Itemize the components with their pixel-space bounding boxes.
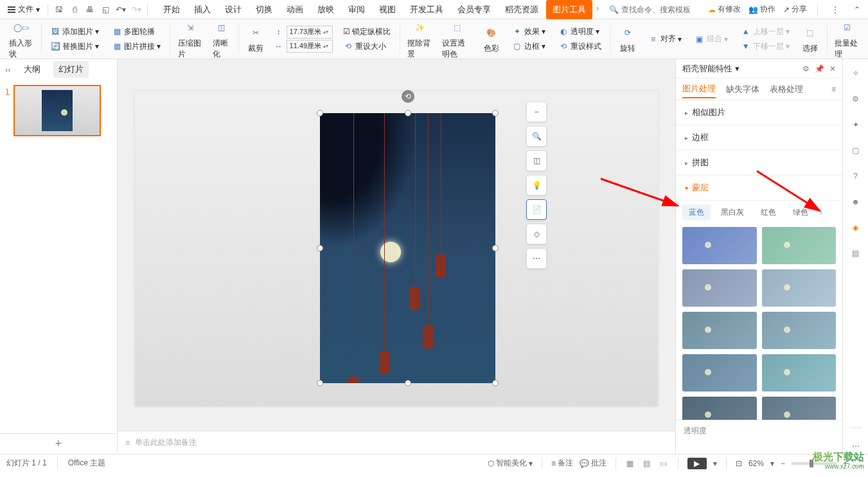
carousel-button[interactable]: ▦多图轮播 — [109, 25, 163, 39]
view-normal[interactable]: ▦ — [625, 458, 635, 469]
selected-image[interactable]: ⟲ — [320, 113, 495, 383]
effects-button[interactable]: ✦效果▾ — [509, 25, 548, 39]
tab-slideshow[interactable]: 放映 — [311, 0, 341, 19]
strip-settings-icon[interactable]: ⚙ — [848, 91, 864, 107]
resize-handle-mb[interactable] — [405, 380, 411, 386]
mask-option-8[interactable] — [762, 354, 837, 392]
more-icon[interactable]: ⋮ — [828, 3, 842, 17]
more-tools-button[interactable]: ⋯ — [526, 248, 547, 269]
color-tab-red[interactable]: 红色 — [754, 204, 783, 221]
slide[interactable]: ⟲ — [135, 91, 658, 406]
compress-button[interactable]: ⇲ 压缩图片 — [174, 17, 206, 61]
color-tab-blue[interactable]: 蓝色 — [682, 204, 711, 221]
rp-tab-more[interactable]: ≡ — [831, 85, 836, 94]
beautify-button[interactable]: ⬡智能美化▾ — [488, 458, 533, 469]
save-icon[interactable]: 🖫 — [52, 3, 66, 17]
zoom-out-button[interactable]: − — [526, 102, 547, 122]
remove-bg-button[interactable]: ✨ 抠除背景 — [403, 17, 436, 61]
align-button[interactable]: ≡对齐▾ — [646, 32, 684, 46]
color-tab-bw[interactable]: 黑白灰 — [714, 204, 750, 221]
strip-help-icon[interactable]: ? — [848, 168, 864, 184]
mask-option-5[interactable] — [682, 312, 757, 349]
lock-ratio-checkbox[interactable]: ☑锁定纵横比 — [341, 25, 393, 39]
resize-handle-tr[interactable] — [492, 110, 499, 116]
section-similar[interactable]: ▸相似图片 — [676, 100, 842, 125]
collapse-ribbon-icon[interactable]: ⌃ — [850, 3, 864, 17]
add-image-button[interactable]: 🖼添加图片▾ — [48, 25, 102, 39]
tab-animation[interactable]: 动画 — [280, 0, 310, 19]
properties-button[interactable]: 📄 — [526, 199, 547, 220]
zoom-dropdown[interactable]: ▾ — [770, 459, 774, 468]
tab-transition[interactable]: 切换 — [249, 0, 279, 19]
sharpen-button[interactable]: ◫ 清晰化 — [209, 17, 235, 61]
mask-option-2[interactable] — [762, 227, 837, 264]
mask-option-7[interactable] — [682, 354, 757, 392]
tab-design[interactable]: 设计 — [218, 0, 248, 19]
outline-tab[interactable]: 大纲 — [19, 61, 46, 78]
resize-handle-mr[interactable] — [492, 245, 499, 251]
section-collage[interactable]: ▸拼图 — [676, 150, 842, 176]
thumbnail-preview[interactable] — [13, 85, 101, 136]
slides-tab[interactable]: 幻灯片 — [53, 61, 89, 78]
send-backward-button[interactable]: ▼下移一层▾ — [738, 40, 792, 53]
strip-template-icon[interactable]: ▤ — [848, 246, 864, 261]
color-tabs-next[interactable]: › — [819, 208, 824, 217]
tab-member[interactable]: 会员专享 — [451, 0, 497, 19]
border-button[interactable]: ▢边框▾ — [509, 40, 548, 53]
replace-image-button[interactable]: 🔄替换图片▾ — [48, 40, 102, 53]
canvas-wrap[interactable]: ⟲ — [118, 67, 675, 431]
notes-toggle[interactable]: ≡备注 — [551, 458, 573, 469]
slideshow-dropdown[interactable]: ▾ — [713, 459, 717, 468]
rp-tab-fonts[interactable]: 缺失字体 — [726, 81, 759, 98]
erase-button[interactable]: ◇ — [526, 224, 547, 244]
tab-insert[interactable]: 插入 — [188, 0, 217, 19]
tab-docer[interactable]: 稻壳资源 — [499, 0, 545, 19]
spinner-icon[interactable]: ▴▾ — [323, 44, 330, 49]
print-icon[interactable]: 🖶 — [83, 3, 97, 17]
rp-tab-image[interactable]: 图片处理 — [682, 80, 716, 98]
close-icon[interactable]: ✕ — [829, 64, 836, 73]
rp-tab-table[interactable]: 表格处理 — [770, 81, 803, 98]
strip-present-icon[interactable]: ▢ — [848, 143, 864, 158]
strip-resource-icon[interactable]: ☻ — [848, 194, 864, 210]
rotate-handle[interactable]: ⟲ — [402, 90, 414, 103]
preview-icon[interactable]: ◱ — [98, 3, 112, 17]
resize-handle-bl[interactable] — [317, 380, 323, 386]
effects-tool-button[interactable]: 💡 — [526, 175, 547, 195]
select-button[interactable]: ⬚ 选择 — [797, 22, 823, 55]
search-input[interactable] — [621, 5, 698, 14]
save-as-icon[interactable]: ⎙ — [67, 3, 82, 17]
zoom-in-button[interactable]: 🔍 — [526, 126, 547, 147]
width-input[interactable]: 11.49厘米▴▾ — [287, 40, 333, 53]
share-button[interactable]: ↗分享 — [783, 4, 807, 15]
view-sorter[interactable]: ▤ — [642, 458, 652, 469]
bring-forward-button[interactable]: ▲上移一层▾ — [738, 25, 792, 39]
thumbnail-1[interactable]: 1 — [5, 85, 112, 136]
batch-button[interactable]: ☑ 批量处理 — [831, 17, 863, 61]
panel-collapse[interactable]: ‹‹ — [5, 65, 11, 75]
collage-button[interactable]: ▦图片拼接▾ — [109, 40, 163, 53]
tabs-overflow[interactable]: › — [594, 0, 601, 19]
unsaved-indicator[interactable]: ☁有修改 — [708, 4, 741, 15]
crop-button[interactable]: ✂ 裁剪 — [243, 22, 269, 55]
mask-option-1[interactable] — [682, 227, 757, 264]
recolor-button[interactable]: 🎨 色彩 — [479, 22, 504, 55]
spinner-icon[interactable]: ▴▾ — [323, 30, 330, 35]
redo-icon[interactable]: ↷▾ — [129, 3, 143, 17]
file-menu[interactable]: 文件 ▾ — [4, 2, 44, 17]
resize-handle-mt[interactable] — [405, 110, 411, 116]
zoom-out[interactable]: − — [781, 459, 785, 468]
fit-icon[interactable]: ⊡ — [736, 459, 742, 468]
reset-style-button[interactable]: ⟲重设样式 — [556, 40, 604, 53]
insert-shape-group[interactable]: ◯▭ 插入形状 — [5, 17, 37, 61]
undo-icon[interactable]: ↶▾ — [114, 3, 128, 17]
mask-option-3[interactable] — [682, 269, 757, 307]
view-reading[interactable]: ▭ — [659, 458, 669, 469]
mask-option-10[interactable] — [762, 397, 837, 420]
zoom-value[interactable]: 62% — [748, 459, 764, 468]
collab-button[interactable]: 👥协作 — [748, 4, 775, 15]
tab-devtools[interactable]: 开发工具 — [403, 0, 450, 19]
crop-tool-button[interactable]: ◫ — [526, 150, 547, 171]
notes-bar[interactable]: ≡ 单击此处添加备注 — [118, 431, 675, 454]
section-mask[interactable]: ▾蒙层 — [676, 176, 842, 201]
